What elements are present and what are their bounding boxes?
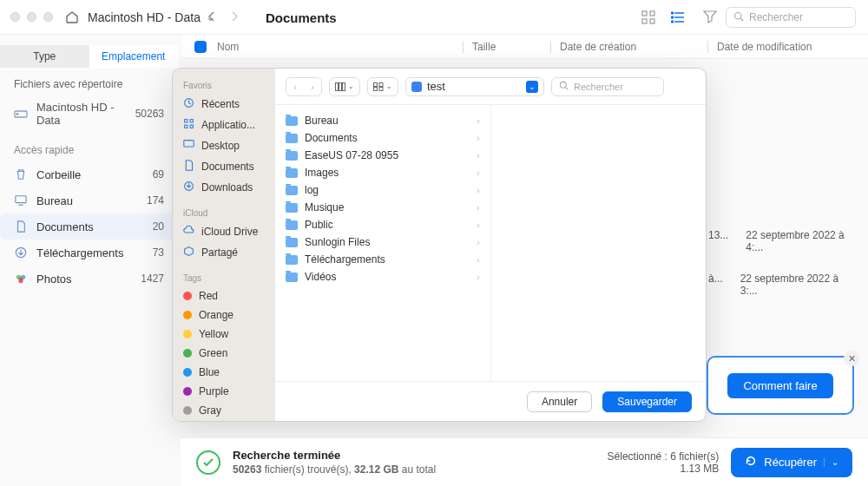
dlg-side-r-cents[interactable]: Récents	[173, 94, 275, 115]
folder-easeus-07-28-0955[interactable]: EaseUS 07-28 0955›	[275, 147, 490, 164]
device-row[interactable]: Macintosh HD - Data 50263	[0, 95, 178, 132]
svg-point-8	[672, 16, 674, 18]
results-peek: 13...22 septembre 2022 à 4:... à...22 se…	[708, 226, 856, 300]
chevron-right-icon: ›	[477, 220, 479, 230]
chevron-right-icon: ›	[477, 116, 479, 126]
col-name[interactable]: Nom	[217, 41, 454, 53]
quick-documents[interactable]: Documents20	[0, 213, 178, 240]
folder-images[interactable]: Images›	[275, 164, 490, 181]
dlg-side-downloads[interactable]: Downloads	[173, 177, 275, 198]
tag-dot-icon	[183, 387, 192, 396]
tag-green[interactable]: Green	[173, 344, 275, 363]
svg-rect-1	[650, 11, 654, 16]
tag-red[interactable]: Red	[173, 286, 275, 305]
tag-purple[interactable]: Purple	[173, 382, 275, 401]
folder-icon	[411, 82, 422, 92]
tag-dot-icon	[183, 349, 192, 358]
dlg-side-partag-[interactable]: Partagé	[173, 242, 275, 263]
chevron-down-icon[interactable]: ⌄	[824, 457, 838, 467]
chevron-right-icon: ›	[477, 273, 479, 282]
search-icon	[733, 11, 744, 24]
quick-bureau[interactable]: Bureau174	[0, 187, 178, 213]
folder-sunlogin-files[interactable]: Sunlogin Files›	[275, 233, 490, 251]
quick-corbeille[interactable]: Corbeille69	[0, 161, 178, 187]
dlg-side-desktop[interactable]: Desktop	[173, 135, 275, 156]
svg-rect-0	[642, 11, 647, 16]
folder-vid-os[interactable]: Vidéos›	[275, 268, 490, 286]
help-banner: ✕ Comment faire	[707, 356, 854, 415]
tab-location[interactable]: Emplacement	[89, 45, 179, 68]
minimize-light[interactable]	[27, 12, 36, 22]
folder-documents[interactable]: Documents›	[275, 129, 490, 147]
dialog-view-columns[interactable]: ⌄	[329, 77, 360, 96]
dlg-side-icloud-drive[interactable]: iCloud Drive	[173, 221, 275, 242]
svg-line-11	[740, 18, 743, 21]
tag-orange[interactable]: Orange	[173, 305, 275, 325]
status-title: Recherche terminée	[233, 449, 436, 462]
download-icon	[14, 246, 28, 259]
home-icon[interactable]	[65, 10, 79, 24]
main-search[interactable]: Rechercher	[726, 7, 856, 28]
recover-button[interactable]: Récupérer ⌄	[731, 448, 852, 477]
quick-count: 174	[147, 194, 164, 207]
svg-rect-29	[339, 82, 342, 90]
save-button[interactable]: Sauvegarder	[602, 391, 692, 412]
chevron-right-icon: ›	[477, 238, 479, 247]
dialog-search[interactable]: Rechercher	[551, 77, 664, 96]
filter-icon[interactable]	[703, 10, 717, 26]
dialog-toolbar: ‹ › ⌄ ⌄ test ⌄ Rechercher	[275, 69, 706, 105]
tag-dot-icon	[183, 330, 192, 338]
apps-icon	[183, 118, 194, 132]
help-button[interactable]: Comment faire	[727, 373, 832, 398]
tag-blue[interactable]: Blue	[173, 363, 275, 382]
quick-access-header: Accès rapide	[0, 132, 178, 161]
quick-photos[interactable]: Photos1427	[0, 266, 178, 292]
svg-point-10	[735, 12, 742, 19]
col-size[interactable]: Taille	[472, 41, 542, 53]
dialog-footer: Annuler Sauvegarder	[275, 381, 706, 421]
forward-button[interactable]	[229, 11, 240, 24]
selected-count: Sélectionné : 6 fichier(s)	[608, 450, 720, 463]
grid-view-icon[interactable]	[639, 10, 658, 25]
zoom-light[interactable]	[43, 12, 53, 22]
doc-icon	[183, 160, 194, 174]
folder-musique[interactable]: Musique›	[275, 199, 490, 216]
dialog-path-select[interactable]: test ⌄	[405, 77, 544, 96]
dlg-side-documents[interactable]: Documents	[173, 156, 275, 177]
dialog-back[interactable]: ‹	[286, 78, 304, 95]
svg-line-36	[566, 88, 569, 90]
tag-gray[interactable]: Gray	[173, 401, 275, 420]
col-created[interactable]: Date de création	[560, 41, 699, 53]
tag-yellow[interactable]: Yellow	[173, 325, 275, 344]
svg-rect-22	[185, 120, 187, 122]
select-all-checkbox[interactable]	[194, 41, 207, 53]
search-icon	[559, 81, 569, 92]
search-placeholder: Rechercher	[749, 11, 803, 23]
doc-icon	[14, 220, 28, 233]
dialog-forward[interactable]: ›	[304, 78, 321, 95]
folder-icon	[286, 134, 298, 143]
dialog-sidebar: Favoris RécentsApplicatio...DesktopDocum…	[173, 69, 275, 421]
desktop-icon	[183, 139, 194, 153]
svg-point-9	[672, 21, 674, 23]
cancel-button[interactable]: Annuler	[527, 391, 592, 412]
dlg-side-applicatio-[interactable]: Applicatio...	[173, 115, 275, 135]
dialog-view-grid[interactable]: ⌄	[367, 77, 398, 96]
tag-dot-icon	[183, 406, 192, 415]
folder-bureau[interactable]: Bureau›	[275, 112, 490, 129]
folder-public[interactable]: Public›	[275, 216, 490, 233]
col-modified[interactable]: Date de modification	[717, 41, 856, 53]
close-icon[interactable]: ✕	[844, 351, 859, 366]
close-light[interactable]	[10, 12, 20, 22]
chevron-right-icon: ›	[477, 255, 479, 265]
quick-téléchargements[interactable]: Téléchargements73	[0, 240, 178, 266]
tab-type[interactable]: Type	[0, 45, 89, 68]
list-view-icon[interactable]	[668, 10, 687, 25]
back-button[interactable]	[207, 11, 217, 24]
quick-label: Documents	[36, 220, 144, 233]
folder-t-l-chargements[interactable]: Téléchargements›	[275, 251, 490, 268]
folder-log[interactable]: log›	[275, 181, 490, 199]
svg-rect-14	[16, 196, 26, 203]
svg-rect-32	[379, 82, 383, 86]
quick-count: 73	[153, 246, 164, 259]
